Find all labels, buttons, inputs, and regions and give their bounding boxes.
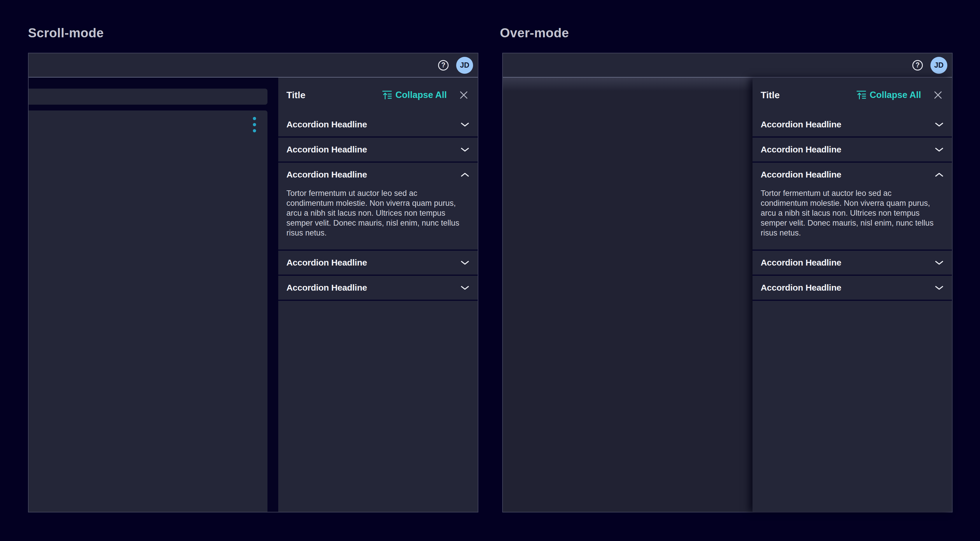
app-window-scroll-mode: ? JD Title (28, 53, 478, 512)
accordion-item: Accordion Headline (752, 113, 952, 138)
accordion-headline: Accordion Headline (286, 170, 367, 179)
accordion-headline: Accordion Headline (760, 170, 841, 179)
accordion-item: Accordion Headline (752, 276, 952, 301)
content-card (29, 111, 267, 512)
panel-title: Title (286, 90, 305, 101)
collapse-all-icon (382, 90, 392, 100)
accordion-body-text: Tortor fermentum ut auctor leo sed ac co… (752, 187, 945, 249)
accordion-header[interactable]: Accordion Headline (752, 251, 952, 274)
accordion-header[interactable]: Accordion Headline (752, 113, 952, 136)
close-icon[interactable] (458, 90, 469, 100)
accordion-header[interactable]: Accordion Headline (752, 163, 952, 187)
chevron-down-icon (935, 260, 943, 265)
chevron-down-icon (935, 148, 943, 152)
content-area (29, 78, 278, 512)
chevron-down-icon (461, 148, 469, 152)
section-label-scroll-mode: Scroll-mode (28, 25, 104, 40)
collapse-all-button[interactable]: Collapse All (382, 90, 447, 100)
accordion-header[interactable]: Accordion Headline (278, 113, 478, 136)
accordion-item: Accordion Headline (752, 251, 952, 276)
avatar[interactable]: JD (456, 57, 473, 74)
accordion-item: Accordion Headline (752, 138, 952, 163)
accordion-item-expanded: Accordion Headline Tortor fermentum ut a… (752, 163, 952, 251)
accordion-body-text: Tortor fermentum ut auctor leo sed ac co… (278, 187, 471, 249)
panel-title: Title (760, 90, 780, 101)
chevron-down-icon (935, 286, 943, 290)
app-header: ? JD (29, 53, 478, 78)
accordion-header[interactable]: Accordion Headline (278, 276, 478, 300)
help-icon[interactable]: ? (438, 60, 449, 71)
accordion-header[interactable]: Accordion Headline (278, 138, 478, 162)
accordion-header[interactable]: Accordion Headline (278, 163, 478, 187)
accordion-headline: Accordion Headline (760, 283, 841, 293)
accordion-headline: Accordion Headline (286, 119, 367, 129)
chevron-down-icon (935, 122, 943, 127)
collapse-all-label: Collapse All (396, 90, 447, 100)
accordion-header[interactable]: Accordion Headline (752, 276, 952, 300)
chevron-up-icon (935, 173, 943, 177)
content-placeholder-bar (29, 89, 267, 105)
close-icon[interactable] (933, 90, 943, 100)
help-icon[interactable]: ? (912, 60, 923, 71)
app-window-over-mode: ? JD Title Collapse All (502, 53, 953, 512)
chevron-down-icon (461, 260, 469, 265)
accordion-header[interactable]: Accordion Headline (278, 251, 478, 274)
accordion-item: Accordion Headline (278, 113, 478, 138)
collapse-all-icon (856, 90, 866, 100)
accordion-headline: Accordion Headline (286, 258, 367, 268)
accordion-item: Accordion Headline (278, 276, 478, 301)
accordion-header[interactable]: Accordion Headline (752, 138, 952, 162)
accordion-headline: Accordion Headline (760, 258, 841, 268)
collapse-all-button[interactable]: Collapse All (856, 90, 921, 100)
accordion-headline: Accordion Headline (286, 144, 367, 154)
panel-header: Title Collapse All (278, 78, 478, 113)
side-panel-scroll-mode: Title Collapse All (278, 78, 478, 512)
chevron-down-icon (461, 286, 469, 290)
collapse-all-label: Collapse All (870, 90, 921, 100)
accordion-headline: Accordion Headline (286, 283, 367, 293)
kebab-menu-icon[interactable] (253, 117, 256, 135)
accordion-item-expanded: Accordion Headline Tortor fermentum ut a… (278, 163, 478, 251)
accordion-item: Accordion Headline (278, 138, 478, 163)
chevron-down-icon (461, 122, 469, 127)
side-panel-over-mode: Title Collapse All (752, 78, 952, 512)
section-label-over-mode: Over-mode (500, 25, 569, 40)
chevron-up-icon (461, 173, 469, 177)
accordion-headline: Accordion Headline (760, 119, 841, 129)
panel-header: Title Collapse All (752, 78, 952, 113)
app-header: ? JD (503, 53, 952, 78)
avatar[interactable]: JD (931, 57, 947, 74)
accordion-headline: Accordion Headline (760, 144, 841, 154)
accordion-item: Accordion Headline (278, 251, 478, 276)
